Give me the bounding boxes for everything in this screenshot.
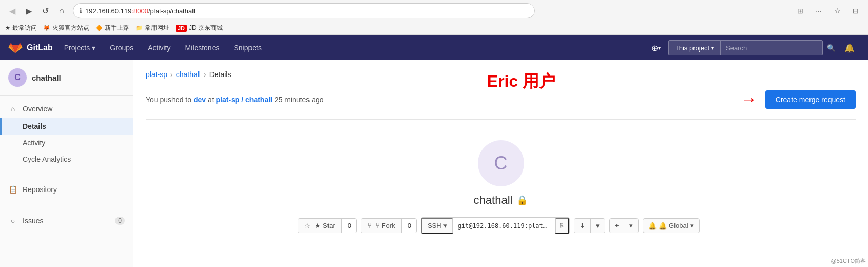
push-time: 25 minutes ago [275, 96, 324, 104]
bookmark-frequent-label: 最常访问 [12, 24, 37, 32]
search-submit-button[interactable]: 🔍 [823, 40, 839, 55]
arrow-annotation: → [741, 90, 757, 109]
star-label: ★ Star [315, 222, 335, 230]
folder-icon: 📁 [136, 25, 143, 31]
ssh-copy-button[interactable]: ⎘ [555, 218, 569, 234]
nav-milestones-label: Milestones [185, 44, 220, 52]
back-button[interactable]: ◀ [5, 4, 20, 18]
chevron-down-icon: ▾ [596, 222, 600, 230]
add-button[interactable]: + [610, 219, 625, 233]
star-icon: ★ [5, 25, 10, 31]
sidebar-toggle[interactable]: ⊟ [848, 4, 863, 18]
bookmark-jd[interactable]: JD JD 京东商城 [176, 24, 223, 32]
sidebar-overview-label: Overview [23, 105, 52, 113]
nav-milestones[interactable]: Milestones [178, 35, 227, 60]
sidebar-repository-section: 📋 Repository [0, 176, 133, 203]
sidebar-item-overview[interactable]: ⌂ Overview [0, 100, 133, 118]
clone-button[interactable]: ⬇ [574, 219, 591, 233]
fork-group: ⑂ ⑂ Fork 0 [361, 218, 417, 233]
content-area: plat-sp › chathall › Details Eric 用户 You… [133, 60, 868, 267]
annotation-text: Eric 用户 [487, 70, 555, 93]
sidebar-username: chathall [32, 73, 61, 82]
bookmark-firefox-label: 火狐官方站点 [52, 24, 89, 32]
nav-projects[interactable]: Projects ▾ [57, 35, 103, 60]
bookmark-firefox[interactable]: 🦊 火狐官方站点 [43, 24, 89, 32]
nav-search: This project ▾ 🔍 [668, 35, 839, 60]
notification-button[interactable]: 🔔 🔔 Global ▾ [643, 218, 699, 233]
add-chevron-button[interactable]: ▾ [624, 219, 638, 233]
push-repo: plat-sp / chathall [216, 96, 273, 104]
bookmark-common-label: 常用网址 [145, 24, 169, 32]
push-branch-link[interactable]: dev [194, 96, 208, 104]
repo-name-row: chathall 🔒 [474, 194, 528, 207]
nav-activity-label: Activity [148, 44, 170, 52]
ssh-label-text: SSH [428, 222, 441, 230]
bookmark-newbie[interactable]: 🔶 新手上路 [95, 24, 129, 32]
sidebar-overview-section: ⌂ Overview Details Activity Cycle Analyt… [0, 96, 133, 171]
search-icon: 🔍 [827, 44, 836, 52]
sidebar-item-activity[interactable]: Activity [0, 135, 133, 151]
chevron-down-icon: ▾ [92, 44, 95, 52]
notification-chevron-icon: ▾ [690, 222, 694, 230]
nav-notification-button[interactable]: 🔔 [839, 35, 860, 60]
browser-actions: ⊞ ··· ☆ ⊟ [793, 4, 863, 18]
create-merge-request-button[interactable]: Create merge request [765, 90, 856, 109]
search-input[interactable] [720, 40, 823, 55]
info-icon: ℹ [80, 7, 82, 14]
repo-avatar: C [478, 140, 524, 186]
avatar: C [8, 68, 27, 87]
sidebar-issues-label: Issues [23, 217, 43, 225]
chevron-icon: ▾ [658, 45, 661, 51]
breadcrumb-chathall[interactable]: chathall [176, 70, 201, 79]
home-icon: ⌂ [8, 105, 17, 113]
push-branch: dev [194, 96, 206, 104]
breadcrumb-details: Details [209, 70, 232, 79]
push-text-before: You pushed to [146, 96, 191, 104]
star-count: 0 [342, 219, 356, 233]
search-scope-label: This project [675, 44, 709, 52]
star-button[interactable]: ☆ ★ Star [298, 219, 341, 233]
nav-plus-button[interactable]: ⊕ ▾ [644, 35, 668, 60]
gitlab-logo[interactable]: GitLab [8, 41, 53, 55]
guide-icon: 🔶 [95, 25, 103, 31]
bookmark-frequent[interactable]: ★ 最常访问 [5, 24, 37, 32]
breadcrumb-sep-2: › [204, 70, 206, 79]
ssh-chevron-icon: ▾ [443, 222, 447, 230]
fork-label: ⑂ Fork [376, 222, 395, 230]
sidebar-item-repository[interactable]: 📋 Repository [0, 180, 133, 199]
push-repo-link[interactable]: plat-sp / chathall [216, 96, 275, 104]
ssh-selector[interactable]: SSH ▾ [421, 218, 453, 234]
push-text: You pushed to dev at plat-sp / chathall … [146, 96, 324, 104]
menu-button[interactable]: ··· [812, 4, 826, 18]
repo-actions: ☆ ★ Star 0 ⑂ ⑂ Fork 0 SSH ▾ [298, 217, 703, 234]
clone-icon: ⬇ [580, 222, 585, 230]
home-button[interactable]: ⌂ [54, 4, 69, 18]
nav-activity[interactable]: Activity [141, 35, 178, 60]
search-scope-selector[interactable]: This project ▾ [668, 40, 720, 55]
reload-button[interactable]: ↺ [38, 4, 52, 18]
qr-button[interactable]: ⊞ [793, 4, 807, 18]
book-icon: 📋 [8, 185, 17, 194]
scope-chevron-icon: ▾ [711, 45, 714, 51]
repo-name: chathall [474, 194, 513, 207]
breadcrumb-plat-sp[interactable]: plat-sp [146, 70, 167, 79]
forward-button[interactable]: ▶ [22, 4, 36, 18]
address-bar[interactable]: ℹ 192.168.60.119:8000/plat-sp/chathall [73, 3, 535, 18]
fork-count: 0 [402, 219, 416, 233]
nav-groups[interactable]: Groups [103, 35, 141, 60]
nav-snippets-label: Snippets [234, 44, 261, 52]
sidebar-item-issues[interactable]: ○ Issues 0 [0, 212, 133, 230]
sidebar-item-cycle-analytics[interactable]: Cycle Analytics [0, 151, 133, 167]
watermark: @51CTO简客 [831, 257, 866, 265]
nav-snippets[interactable]: Snippets [226, 35, 268, 60]
clone-chevron-button[interactable]: ▾ [591, 219, 605, 233]
fork-button[interactable]: ⑂ ⑂ Fork [361, 219, 402, 233]
nav-right: ⊕ ▾ This project ▾ 🔍 🔔 [644, 35, 860, 60]
plus-icon: ⊕ [651, 43, 658, 53]
firefox-icon: 🦊 [43, 25, 50, 31]
bookmark-common[interactable]: 📁 常用网址 [136, 24, 169, 32]
sidebar-item-details[interactable]: Details [0, 118, 133, 135]
issues-count-badge: 0 [115, 217, 125, 225]
bookmark-button[interactable]: ☆ [830, 4, 844, 18]
star-icon: ☆ [304, 222, 311, 230]
